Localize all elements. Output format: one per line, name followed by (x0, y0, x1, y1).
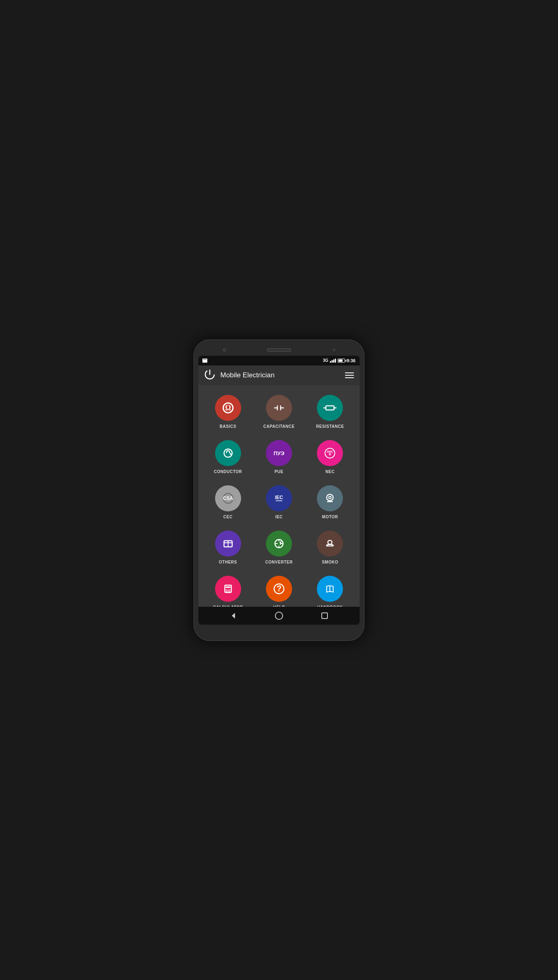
app-grid: Ω BASICS CAPACITANCE (198, 389, 360, 607)
app-title: Mobile Electrician (220, 371, 275, 379)
svg-rect-8 (326, 406, 334, 410)
capacitance-icon-circle (266, 395, 292, 421)
capacitance-label: CAPACITANCE (264, 424, 295, 429)
app-header: Mobile Electrician (198, 366, 360, 385)
grid-item-iec[interactable]: IEC IEC (253, 480, 304, 525)
resistance-label: RESISTANCE (316, 424, 344, 429)
svg-point-37 (227, 591, 228, 592)
others-label: OTHERS (219, 560, 237, 564)
svg-point-21 (327, 494, 333, 501)
conductor-icon-circle (215, 440, 241, 466)
back-button[interactable] (226, 608, 241, 623)
grid-item-smoko[interactable]: SMOKO (305, 525, 356, 570)
pue-icon-circle: ПУЭ (266, 440, 292, 466)
converter-icon-circle (266, 531, 292, 557)
battery-icon (338, 359, 345, 363)
menu-button[interactable] (345, 372, 354, 378)
sd-card-icon (202, 359, 207, 363)
phone-bottom (198, 625, 360, 636)
phone-device: 3G 9:36 (193, 339, 365, 641)
svg-text:Ω: Ω (225, 404, 231, 412)
grid-item-calculator[interactable]: CALCULATOR (202, 570, 253, 607)
svg-point-36 (226, 591, 227, 592)
grid-item-conductor[interactable]: CONDUCTOR (202, 434, 253, 480)
grid-item-help[interactable]: ? HELP (253, 570, 304, 607)
basics-label: BASICS (220, 424, 236, 429)
nec-icon-circle: nec (317, 440, 343, 466)
svg-text:?: ? (277, 584, 281, 593)
svg-text:ПУЭ: ПУЭ (274, 450, 285, 456)
status-bar: 3G 9:36 (198, 356, 360, 366)
smoko-icon-circle (317, 531, 343, 557)
grid-item-cec[interactable]: CSA CEC (202, 480, 253, 525)
handbook-icon-circle (317, 576, 343, 602)
status-left (202, 359, 207, 363)
grid-item-basics[interactable]: Ω BASICS (202, 389, 253, 434)
conductor-label: CONDUCTOR (214, 469, 242, 474)
svg-point-43 (275, 612, 283, 619)
svg-rect-32 (226, 586, 231, 588)
grid-item-converter[interactable]: CONVERTER (253, 525, 304, 570)
converter-label: CONVERTER (265, 560, 292, 564)
status-right: 3G 9:36 (323, 358, 356, 363)
grid-item-resistance[interactable]: RESISTANCE (305, 389, 356, 434)
others-icon-circle (215, 531, 241, 557)
smoko-label: SMOKO (322, 560, 338, 564)
grid-item-motor[interactable]: MOTOR (305, 480, 356, 525)
svg-point-33 (226, 589, 227, 590)
phone-screen: 3G 9:36 (198, 356, 360, 625)
svg-point-22 (329, 496, 331, 499)
svg-rect-44 (322, 613, 327, 619)
grid-item-handbook[interactable]: HANDBOOK (305, 570, 356, 607)
phone-camera (223, 348, 226, 352)
header-left: Mobile Electrician (204, 369, 275, 382)
iec-label: IEC (275, 515, 283, 519)
home-button[interactable] (272, 608, 286, 623)
svg-point-38 (229, 591, 230, 592)
phone-speaker (267, 348, 291, 352)
motor-label: MOTOR (322, 515, 338, 519)
phone-sensor (333, 349, 335, 351)
motor-icon-circle (317, 485, 343, 511)
resistance-icon-circle (317, 395, 343, 421)
network-indicator: 3G (323, 358, 328, 363)
svg-point-35 (229, 589, 230, 590)
recent-button[interactable] (317, 608, 332, 623)
svg-point-12 (230, 453, 231, 455)
svg-text:IEC: IEC (275, 495, 283, 500)
help-icon-circle: ? (266, 576, 292, 602)
nec-label: NEC (325, 469, 335, 474)
grid-item-capacitance[interactable]: CAPACITANCE (253, 389, 304, 434)
clock: 9:36 (347, 358, 356, 363)
svg-point-34 (227, 589, 228, 590)
svg-marker-42 (232, 613, 235, 619)
grid-item-pue[interactable]: ПУЭ PUE (253, 434, 304, 480)
navigation-bar (198, 607, 360, 625)
power-icon[interactable] (204, 369, 215, 382)
signal-bars (330, 359, 336, 363)
cec-label: CEC (223, 515, 233, 519)
phone-top-bar (198, 344, 360, 356)
basics-icon-circle: Ω (215, 395, 241, 421)
pue-label: PUE (275, 469, 283, 474)
svg-text:nec: nec (327, 449, 334, 454)
grid-item-others[interactable]: OTHERS (202, 525, 253, 570)
calculator-icon-circle (215, 576, 241, 602)
grid-item-nec[interactable]: nec NEC (305, 434, 356, 480)
app-content: Ω BASICS CAPACITANCE (198, 385, 360, 607)
cec-icon-circle: CSA (215, 485, 241, 511)
svg-text:CSA: CSA (223, 496, 233, 501)
iec-icon-circle: IEC (266, 485, 292, 511)
